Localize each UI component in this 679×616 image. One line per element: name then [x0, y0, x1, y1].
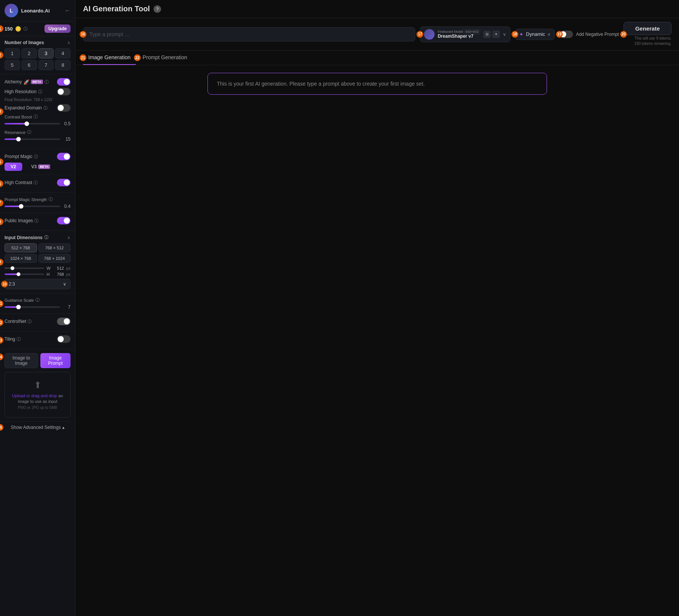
pm-strength-slider[interactable]: [5, 206, 60, 207]
guidance-scale-text: Guidance Scale: [5, 298, 34, 303]
annotation-7: 7: [0, 200, 3, 206]
public-images-knob: [64, 218, 70, 224]
resonance-slider-row: 15: [5, 137, 71, 142]
h-slider[interactable]: [5, 273, 44, 275]
annotation-3: 3: [0, 108, 3, 115]
num-btn-7[interactable]: 7: [38, 60, 54, 70]
num-btn-8[interactable]: 8: [55, 60, 71, 70]
tiling-text: Tiling: [5, 336, 15, 342]
guidance-slider[interactable]: [5, 306, 60, 308]
controlnet-info[interactable]: ⓘ: [28, 319, 32, 324]
main-header: AI Generation Tool ?: [75, 0, 679, 18]
num-btn-3[interactable]: 3: [38, 48, 54, 58]
tab-image-generation[interactable]: Image Generation: [83, 51, 136, 65]
dim-btn-1024x768[interactable]: 1024 × 768: [5, 254, 37, 263]
token-info-icon[interactable]: ⓘ: [23, 26, 28, 32]
high-res-label: High Resolution ⓘ: [5, 89, 42, 95]
pm-strength-label: Prompt Magic Strength ⓘ: [5, 197, 71, 202]
model-grid-icon[interactable]: ⊞: [483, 31, 491, 38]
model-selector[interactable]: Finetuned Model 640×832 DreamShaper v7 ⊞…: [420, 26, 510, 42]
num-btn-5[interactable]: 5: [5, 60, 20, 70]
public-images-toggle[interactable]: [57, 217, 71, 224]
tiling-info[interactable]: ⓘ: [17, 336, 21, 342]
dynamic-selector[interactable]: ✦ Dynamic ∨: [515, 29, 555, 40]
final-resolution: Final Resolution: 768 x 1152: [5, 98, 71, 102]
help-icon[interactable]: ?: [154, 5, 161, 13]
annotation-19: 19: [556, 31, 563, 38]
input-dim-chevron[interactable]: ∧: [67, 235, 71, 240]
generate-button[interactable]: Generate: [624, 22, 671, 35]
aspect-ratio-select[interactable]: 2:3 ∨: [5, 279, 71, 289]
public-images-info[interactable]: ⓘ: [34, 218, 38, 224]
num-images-chevron[interactable]: ∧: [67, 40, 71, 45]
high-res-toggle[interactable]: [57, 88, 71, 95]
num-btn-1[interactable]: 1: [5, 48, 20, 58]
alchemy-toggle[interactable]: [57, 78, 71, 86]
dim-btn-768x512[interactable]: 768 × 512: [38, 243, 71, 252]
resonance-info[interactable]: ⓘ: [27, 129, 31, 135]
expanded-domain-info[interactable]: ⓘ: [43, 105, 48, 111]
num-images-title: Number of Images: [5, 40, 44, 45]
upload-area[interactable]: ⬆ Upload or drag and drop an image to us…: [5, 372, 71, 418]
annotation-18: 18: [512, 31, 518, 38]
prompt-input[interactable]: [83, 27, 415, 41]
tiling-toggle[interactable]: [57, 335, 71, 343]
annotation-22: 22: [134, 54, 141, 61]
contrast-boost-info[interactable]: ⓘ: [34, 114, 38, 120]
resonance-thumb: [16, 137, 21, 141]
annotation-14: 14: [0, 353, 3, 360]
resonance-label: Resonance ⓘ: [5, 129, 71, 135]
high-res-info-icon[interactable]: ⓘ: [38, 89, 42, 95]
dim-btn-512x768[interactable]: 512 × 768: [5, 243, 37, 252]
num-btn-4[interactable]: 4: [55, 48, 71, 58]
aspect-ratio-value: 2:3: [9, 281, 15, 287]
upgrade-button[interactable]: Upgrade: [45, 25, 71, 33]
prompt-magic-info[interactable]: ⓘ: [34, 154, 38, 160]
expanded-domain-label: Expanded Domain ⓘ: [5, 105, 48, 111]
expanded-domain-toggle[interactable]: [57, 104, 71, 112]
model-name: DreamShaper v7: [438, 34, 480, 39]
w-slider[interactable]: [5, 267, 44, 269]
image-prompt-tab[interactable]: Image Prompt: [40, 353, 71, 368]
high-res-text: High Resolution: [5, 89, 37, 94]
pm-strength-info[interactable]: ⓘ: [49, 197, 53, 202]
alchemy-label: Alchemy 🚀 BETA ⓘ: [5, 79, 49, 85]
show-advanced-btn[interactable]: Show Advanced Settings ▴: [11, 425, 64, 430]
h-slider-row: H 768 px: [5, 272, 71, 277]
tab-prompt-generation[interactable]: Prompt Generation: [137, 51, 192, 65]
upload-link-text[interactable]: Upload or drag and drop: [12, 393, 57, 398]
controlnet-toggle[interactable]: [57, 318, 71, 325]
resonance-slider[interactable]: [5, 138, 60, 140]
controlnet-section: 12 ControlNet ⓘ: [0, 314, 75, 332]
dynamic-label: Dynamic: [526, 31, 545, 37]
contrast-boost-slider[interactable]: [5, 123, 60, 124]
expanded-domain-knob: [58, 105, 64, 111]
guidance-scale-info[interactable]: ⓘ: [35, 297, 40, 303]
pm-strength-text: Prompt Magic Strength: [5, 197, 47, 202]
annotation-5: 5: [0, 158, 3, 165]
input-dim-info[interactable]: ⓘ: [44, 235, 48, 240]
num-btn-6[interactable]: 6: [22, 60, 37, 70]
token-bar: 1 150 🪙 ⓘ Upgrade: [0, 22, 75, 36]
model-wand-icon[interactable]: ✦: [492, 31, 500, 38]
sidebar-toggle-icon[interactable]: ←: [65, 7, 71, 14]
w-value: 512: [52, 266, 64, 270]
placeholder-text: This is your first AI generation. Please…: [217, 81, 425, 87]
neg-prompt-wrapper: 19 Add Negative Prompt: [559, 31, 619, 38]
prompt-magic-toggle[interactable]: [57, 153, 71, 160]
high-contrast-info[interactable]: ⓘ: [34, 180, 38, 186]
h-label: H: [46, 272, 50, 277]
w-thumb: [11, 266, 14, 270]
generate-hint-line2: 150 tokens remaining.: [634, 41, 671, 46]
prompt-magic-text: Prompt Magic: [5, 154, 32, 159]
version-v3-tab[interactable]: V3 BETA: [25, 163, 57, 171]
annotation-2: 2: [0, 52, 3, 58]
image-to-image-tab[interactable]: Image to Image: [5, 353, 38, 368]
contrast-boost-fill: [5, 123, 27, 124]
version-v2-tab[interactable]: V2: [5, 163, 22, 171]
alchemy-info-icon[interactable]: ⓘ: [45, 79, 49, 85]
high-contrast-toggle[interactable]: [57, 179, 71, 186]
dim-btn-768x1024[interactable]: 768 × 1024: [38, 254, 71, 263]
h-thumb: [17, 272, 20, 276]
num-btn-2[interactable]: 2: [22, 48, 37, 58]
